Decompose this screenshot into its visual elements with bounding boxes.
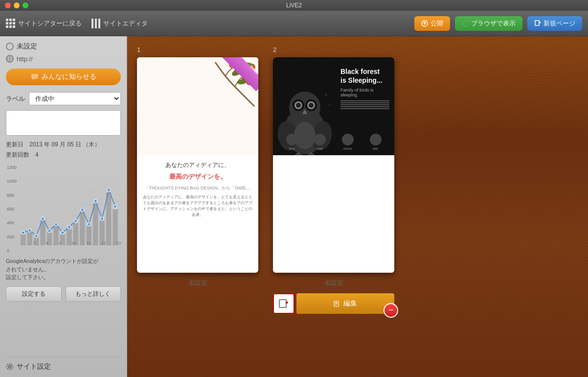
svg-point-44 <box>114 205 117 208</box>
svg-point-65 <box>296 103 301 108</box>
page-1-number: 1 <box>137 46 140 53</box>
svg-text:♪: ♪ <box>324 91 327 98</box>
url-text: http:// <box>17 55 33 63</box>
page-2-wrapper: 2 <box>273 46 394 314</box>
svg-point-35 <box>54 223 57 226</box>
icon-item-1: bird <box>286 134 298 150</box>
svg-rect-28 <box>106 193 111 245</box>
label-row: ラベル 作成中 <box>6 92 121 105</box>
svg-marker-7 <box>33 79 35 80</box>
svg-point-31 <box>28 229 31 232</box>
page-2-actions-wrapper: 編集 − <box>273 293 394 314</box>
svg-point-36 <box>61 231 64 235</box>
svg-line-76 <box>311 153 317 155</box>
analytics-notice: GoogleAnalyticsのアカウントが設定がされていません。設定して下さい… <box>6 257 121 282</box>
label-label: ラベル <box>6 94 25 103</box>
svg-point-41 <box>94 199 97 203</box>
page-1-card: TOPPAGE <box>137 57 258 273</box>
svg-point-39 <box>81 208 84 212</box>
editor-label: サイトエディタ <box>103 19 148 28</box>
maximize-button[interactable] <box>23 2 28 8</box>
page-2-icon-row: bird leaf moon star <box>273 134 394 150</box>
sidebar: 未設定 http:// みんなに知らせる ラベル 作成中 更新日 2013 年 … <box>0 36 127 377</box>
back-label: サイトシアターに戻る <box>18 19 82 28</box>
minimize-button[interactable] <box>14 2 20 8</box>
page-1-body-text: あなたのアィディアに、最高のデザインを。とても見えるととても面白のをあるアの者を… <box>143 194 252 218</box>
svg-rect-29 <box>113 209 117 245</box>
status-text: 未設定 <box>17 42 37 51</box>
site-settings-button[interactable]: サイト設定 <box>6 357 121 371</box>
titlebar: LiVE2 <box>0 0 588 11</box>
status-icon <box>6 43 14 50</box>
content-area: 1 TOPPAGE <box>127 36 588 377</box>
svg-point-66 <box>309 103 314 108</box>
svg-point-33 <box>42 217 45 220</box>
icon-circle-2 <box>314 134 326 145</box>
gear-icon <box>6 363 14 371</box>
grid-icon <box>6 19 15 28</box>
publish-button[interactable]: 公開 <box>414 16 450 31</box>
browser-button[interactable]: ブラウザで表示 <box>455 16 522 31</box>
chat-icon <box>31 73 39 81</box>
svg-rect-6 <box>31 74 38 79</box>
svg-rect-15 <box>21 234 25 245</box>
detail-button[interactable]: もっと詳しく <box>66 286 121 302</box>
page-1-main-text: あなたのアィディアに、 <box>143 161 252 169</box>
page-2-footer: 未設定 <box>324 277 343 289</box>
icon-circle-3 <box>342 134 354 145</box>
svg-point-38 <box>74 219 77 223</box>
svg-point-37 <box>68 225 70 229</box>
delete-button[interactable]: − <box>384 303 398 318</box>
add-icon <box>279 299 289 308</box>
svg-point-43 <box>107 188 110 192</box>
settings-button[interactable]: 設定する <box>6 286 62 302</box>
label-select[interactable]: 作成中 <box>29 92 121 105</box>
svg-rect-16 <box>27 232 32 245</box>
svg-point-42 <box>101 217 104 220</box>
memo-textarea[interactable] <box>6 110 121 136</box>
page-1-wrapper: 1 TOPPAGE <box>137 46 258 289</box>
main-layout: 未設定 http:// みんなに知らせる ラベル 作成中 更新日 2013 年 … <box>0 36 588 377</box>
page-2-text-area: Black forest is Sleeping... Family of bi… <box>340 67 389 109</box>
svg-point-34 <box>48 229 51 233</box>
page-1-content: あなたのアィディアに、 最高のデザインを。 「THOUGHTS DYING BA… <box>137 155 258 224</box>
new-page-button[interactable]: 新規ページ <box>527 16 582 31</box>
close-button[interactable] <box>5 2 11 8</box>
sidebar-buttons: 設定する もっと詳しく <box>6 286 121 302</box>
notify-button[interactable]: みんなに知らせる <box>6 69 121 85</box>
add-page-button[interactable] <box>273 293 294 314</box>
chart-svg <box>20 165 121 245</box>
page-2-bottom <box>273 155 394 273</box>
page-2-dark-area: ♪ ♫ Black forest is Sleeping... Family o… <box>273 57 394 155</box>
page-2-number: 2 <box>273 46 276 53</box>
analytics-chart: 1200 1000 800 600 400 200 0 <box>6 165 121 253</box>
svg-point-40 <box>88 223 90 226</box>
edit-icon <box>334 300 340 307</box>
page-2-subtitle: Family of birds is sleeping. <box>340 88 389 97</box>
icon-circle-4 <box>370 134 382 145</box>
top-page-badge: TOPPAGE <box>219 57 258 96</box>
status-row: 未設定 <box>6 42 121 51</box>
svg-point-30 <box>22 231 24 235</box>
page-1-accent-text: 最高のデザインを。 <box>143 172 252 181</box>
page-2-actions: 編集 <box>273 293 394 314</box>
icon-item-2: leaf <box>314 134 326 150</box>
url-icon <box>6 55 14 63</box>
edit-button[interactable]: 編集 <box>296 293 394 314</box>
globe-icon <box>462 20 469 27</box>
update-date: 更新日 2013 年 09 月 05 日 （木） <box>6 141 121 149</box>
svg-point-45 <box>9 366 11 368</box>
update-count: 更新回数 4 <box>6 151 121 159</box>
site-settings-label: サイト設定 <box>17 362 51 371</box>
toolbar: サイトシアターに戻る サイトエディタ 公開 ブラウザで表示 <box>0 11 588 36</box>
page-2-title: Black forest is Sleeping... <box>340 67 389 85</box>
chart-inner: 7 8 9 10 11 12 13 <box>20 165 121 245</box>
svg-point-32 <box>35 234 38 237</box>
icon-circle-1 <box>286 134 298 145</box>
page-1-sub-text: 「THOUGHTS DYING BAG DESIGN」から「DM先… <box>143 185 252 191</box>
url-row: http:// <box>6 55 121 63</box>
top-page-badge-text: TOPPAGE <box>249 62 258 75</box>
icon-item-4: star <box>370 134 382 150</box>
back-to-theater-button[interactable]: サイトシアターに戻る <box>6 19 82 28</box>
page-2-body-lines <box>340 100 389 109</box>
